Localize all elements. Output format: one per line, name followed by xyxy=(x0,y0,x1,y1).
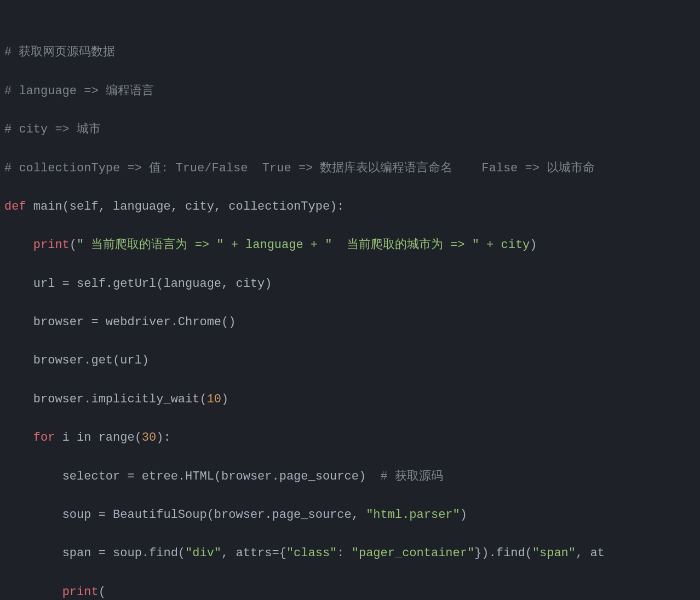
code-line-15: print( xyxy=(4,582,700,600)
code-line-6: print(" 当前爬取的语言为 => " + language + " 当前爬… xyxy=(4,235,700,255)
code-line-2: # language => 编程语言 xyxy=(4,82,700,101)
code-editor: # 获取网页源码数据 # language => 编程语言 # city => … xyxy=(4,4,700,600)
code-line-11: for i in range(30): xyxy=(4,428,700,447)
code-line-7: url = self.getUrl(language, city) xyxy=(4,274,700,293)
code-line-8: browser = webdriver.Chrome() xyxy=(4,313,700,332)
code-line-1: # 获取网页源码数据 xyxy=(4,43,700,62)
code-line-5: def main(self, language, city, collectio… xyxy=(4,197,700,216)
code-line-10: browser.implicitly_wait(10) xyxy=(4,390,700,409)
code-line-13: soup = BeautifulSoup(browser.page_source… xyxy=(4,505,700,524)
code-line-9: browser.get(url) xyxy=(4,351,700,370)
code-line-3: # city => 城市 xyxy=(4,120,700,139)
code-line-14: span = soup.find("div", attrs={"class": … xyxy=(4,544,700,563)
code-line-4: # collectionType => 值: True/False True =… xyxy=(4,159,700,178)
code-line-12: selector = etree.HTML(browser.page_sourc… xyxy=(4,467,700,486)
